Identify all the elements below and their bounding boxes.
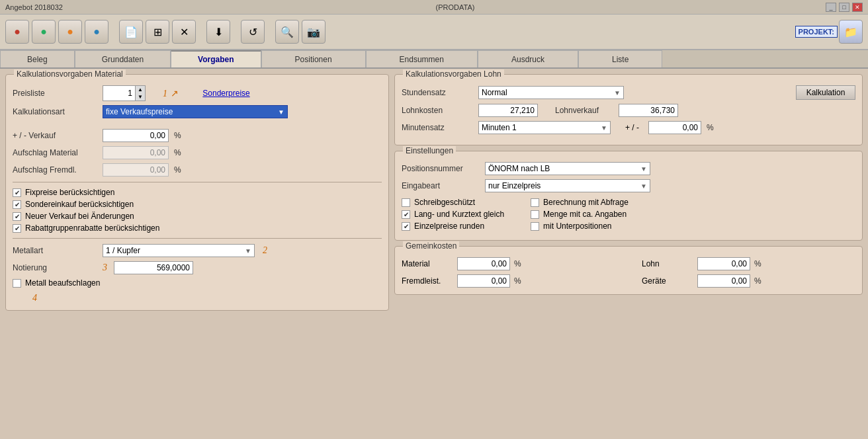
tab-endsummen[interactable]: Endsummen xyxy=(366,50,478,67)
camera-button[interactable]: 📷 xyxy=(302,20,326,44)
toolbar: ● ● ● ● 📄 ⊞ ✕ ⬇ ↺ 🔍 📷 PROJEKT: 📁 xyxy=(0,15,868,50)
gemeinkosten-grid: Material % Lohn % Fremdleist. % xyxy=(402,257,855,288)
notierung-input[interactable] xyxy=(114,261,193,274)
eingabeart-dropdown[interactable]: nur Einzelpreis ▼ xyxy=(485,179,650,192)
material-section: Kalkulationsvorgaben Material Preisliste… xyxy=(5,74,389,311)
annotation-4: 4 xyxy=(32,293,37,303)
projekt-label: PROJEKT: xyxy=(795,26,838,38)
annotation-4-area: 4 xyxy=(13,290,382,303)
annotation-3: 3 xyxy=(103,262,107,273)
checkbox-metall-box[interactable] xyxy=(13,279,21,288)
cb-einzelpreise-runden-box[interactable]: ✔ xyxy=(402,222,410,231)
gc-geraete-row: Geräte % xyxy=(642,274,855,288)
panel-right: Kalkulationsvorgaben Lohn Stundensatz No… xyxy=(394,74,863,434)
tab-positionen[interactable]: Positionen xyxy=(261,50,366,67)
preisliste-up[interactable]: ▲ xyxy=(136,86,145,93)
plusminus-pct: % xyxy=(707,123,714,132)
cb-menge-ca-box[interactable] xyxy=(531,210,539,219)
tab-ausdruck[interactable]: Ausdruck xyxy=(478,50,578,67)
verkauf-input[interactable] xyxy=(103,129,169,142)
minutensatz-dropdown[interactable]: Minuten 1 ▼ xyxy=(478,121,611,134)
positionsnummer-dropdown[interactable]: ÖNORM nach LB ▼ xyxy=(485,162,650,175)
cb-unterpositionen-box[interactable] xyxy=(531,222,539,231)
preisliste-spinner[interactable]: ▲ ▼ xyxy=(103,85,146,101)
material-section-title: Kalkulationsvorgaben Material xyxy=(14,69,126,79)
gc-geraete-input[interactable] xyxy=(697,274,750,288)
preisliste-spinner-btns: ▲ ▼ xyxy=(136,85,146,101)
close-button[interactable]: ✕ xyxy=(852,3,863,12)
checkbox-fixpreise-box[interactable]: ✔ xyxy=(13,188,21,197)
checkbox-sondereinkauf: ✔ Sondereinkauf berücksichtigen xyxy=(13,200,382,209)
annotation-1: 1 xyxy=(163,89,167,99)
eingabeart-row: Eingabeart nur Einzelpreis ▼ xyxy=(402,179,855,192)
gc-fremdleist-pct: % xyxy=(514,276,521,286)
tab-liste[interactable]: Liste xyxy=(578,50,662,67)
grid-button[interactable]: ⊞ xyxy=(146,20,169,44)
gc-fremdleist-label: Fremdleist. xyxy=(402,276,455,286)
lohnverkauf-input[interactable] xyxy=(619,104,678,117)
minutensatz-label: Minutensatz xyxy=(402,123,474,132)
tab-grunddaten[interactable]: Grunddaten xyxy=(75,50,171,67)
preisliste-row: Preisliste ▲ ▼ 1 ↗ Sonderpreise xyxy=(13,85,382,101)
search-button[interactable]: 🔍 xyxy=(275,20,299,44)
preisliste-input[interactable] xyxy=(103,85,136,101)
maximize-button[interactable]: □ xyxy=(839,3,849,12)
aufschlag-fremdl-pct: % xyxy=(174,165,181,175)
minutensatz-row: Minutensatz Minuten 1 ▼ + / - % xyxy=(402,121,855,134)
undo-button[interactable]: ↺ xyxy=(241,20,265,44)
stundensatz-value: Normal xyxy=(482,88,507,97)
preisliste-down[interactable]: ▼ xyxy=(136,93,145,100)
cb-berechnung-abfrage-box[interactable] xyxy=(531,198,539,207)
aufschlag-fremdl-row: Aufschlag Fremdl. % xyxy=(13,163,382,177)
kalkulationsart-arrow-icon: ▼ xyxy=(278,108,284,116)
cb-lang-kurztext-label: Lang- und Kurztext gleich xyxy=(414,210,504,219)
gc-material-row: Material % xyxy=(402,257,615,270)
cb-unterpositionen-label: mit Unterpositionen xyxy=(543,221,611,231)
kalkulationsart-dropdown[interactable]: fixe Verkaufspreise ▼ xyxy=(103,105,288,118)
kalkulation-button[interactable]: Kalkulation xyxy=(796,85,855,100)
annotation-area-1: 1 ↗ xyxy=(163,88,179,99)
minutensatz-value: Minuten 1 xyxy=(482,123,517,132)
cb-menge-ca: Menge mit ca. Angaben xyxy=(531,210,629,219)
cb-schreibgeschuetzt-box[interactable] xyxy=(402,198,410,207)
toolbar-btn-2[interactable]: ● xyxy=(32,20,56,44)
stundensatz-dropdown[interactable]: Normal ▼ xyxy=(478,86,624,99)
projekt-area: PROJEKT: 📁 xyxy=(795,20,863,44)
tab-vorgaben[interactable]: Vorgaben xyxy=(171,50,261,67)
toolbar-btn-4[interactable]: ● xyxy=(85,20,108,44)
projekt-button[interactable]: 📁 xyxy=(839,20,863,44)
checkbox-rabattgruppen: ✔ Rabattgruppenrabatte berücksichtigen xyxy=(13,223,382,233)
new-button[interactable]: 📄 xyxy=(119,20,143,44)
lohnkosten-input[interactable] xyxy=(478,104,538,117)
main-content: Kalkulationsvorgaben Material Preisliste… xyxy=(0,69,868,439)
verkauf-pct: % xyxy=(174,131,181,140)
cb-lang-kurztext-box[interactable]: ✔ xyxy=(402,210,410,219)
checkbox-neuer-verkauf-box[interactable]: ✔ xyxy=(13,212,21,221)
title-left: Angebot 2018032 xyxy=(5,3,85,11)
gc-fremdleist-input[interactable] xyxy=(457,274,510,288)
download-button[interactable]: ⬇ xyxy=(206,20,230,44)
cb-lang-kurztext: ✔ Lang- und Kurztext gleich xyxy=(402,210,504,219)
gc-lohn-pct: % xyxy=(754,259,761,268)
minimize-button[interactable]: _ xyxy=(826,3,836,12)
toolbar-btn-3[interactable]: ● xyxy=(58,20,82,44)
metallart-dropdown[interactable]: 1 / Kupfer ▼ xyxy=(103,244,255,257)
gc-material-input[interactable] xyxy=(457,257,510,270)
sonderpreise-link[interactable]: Sonderpreise xyxy=(202,89,249,98)
gc-material-pct: % xyxy=(514,259,521,268)
aufschlag-material-input xyxy=(103,146,169,159)
gc-lohn-input[interactable] xyxy=(697,257,750,270)
window-controls[interactable]: _ □ ✕ xyxy=(826,3,863,12)
tab-beleg[interactable]: Beleg xyxy=(0,50,75,67)
toolbar-btn-1[interactable]: ● xyxy=(5,20,29,44)
kalkulationsart-label: Kalkulationsart xyxy=(13,107,99,116)
aufschlag-fremdl-label: Aufschlag Fremdl. xyxy=(13,165,99,175)
checkbox-sondereinkauf-box[interactable]: ✔ xyxy=(13,200,21,209)
plusminus-input[interactable] xyxy=(648,121,701,134)
eingabeart-value: nur Einzelpreis xyxy=(488,181,541,190)
positionsnummer-row: Positionsnummer ÖNORM nach LB ▼ xyxy=(402,162,855,175)
delete-button[interactable]: ✕ xyxy=(172,20,196,44)
checkboxes-left: Schreibgeschützt ✔ Lang- und Kurztext gl… xyxy=(402,198,504,233)
checkbox-rabattgruppen-box[interactable]: ✔ xyxy=(13,224,21,233)
metallart-value: 1 / Kupfer xyxy=(106,246,140,255)
